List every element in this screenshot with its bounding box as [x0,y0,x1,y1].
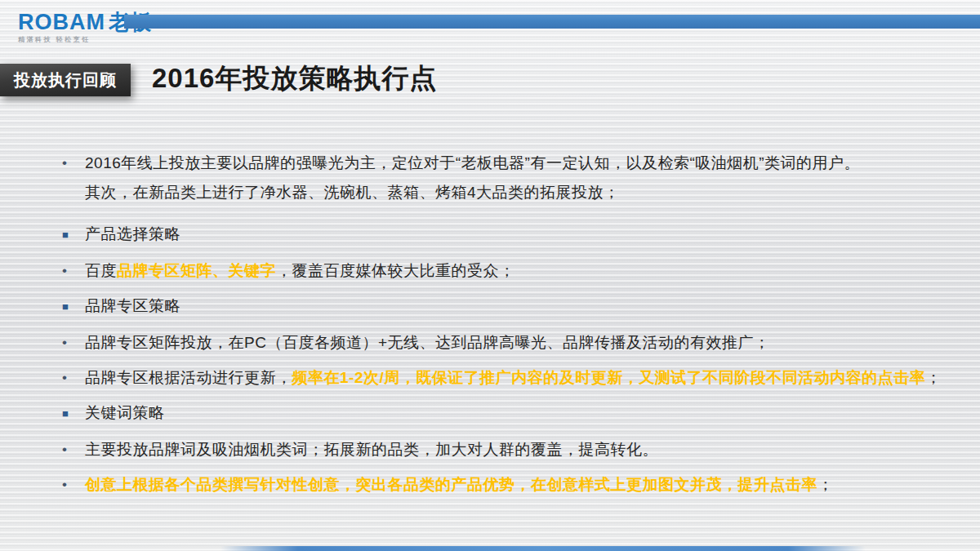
body-text: 关键词策略 [85,404,165,421]
square-bullet-icon: ■ [62,402,69,425]
presentation-slide: ROBAM老板 精湛科技 轻松烹饪 投放执行回顾 2016年投放策略执行点 •2… [0,0,980,551]
body-text: 2016年线上投放主要以品牌的强曝光为主，定位对于“老板电器”有一定认知，以及检… [85,154,860,171]
bullet-item: ■关键词策略 [60,401,952,424]
bullet-item: •品牌专区矩阵投放，在PC（百度各频道）+无线、达到品牌高曝光、品牌传播及活动的… [60,331,952,354]
body-text: 其次，在新品类上进行了净水器、洗碗机、蒸箱、烤箱4大品类的拓展投放； [85,184,620,201]
body-text: 品牌专区策略 [85,297,180,314]
dot-bullet-icon: • [62,331,67,354]
body-text: 产品选择策略 [85,225,180,242]
square-bullet-icon: ■ [62,223,69,247]
top-accent-bar [124,15,980,29]
dot-bullet-icon: • [62,366,67,389]
bullet-list: •2016年线上投放主要以品牌的强曝光为主，定位对于“老板电器”有一定认知，以及… [60,149,952,508]
brand-tagline: 精湛科技 轻松烹饪 [18,37,151,43]
body-text: 品牌专区矩阵投放，在PC（百度各频道）+无线、达到品牌高曝光、品牌传播及活动的有… [85,334,770,351]
bottom-accent-bar [220,546,866,551]
bullet-item: •主要投放品牌词及吸油烟机类词；拓展新的品类，加大对人群的覆盖，提高转化。 [60,438,952,461]
bullet-item: •创意上根据各个品类撰写针对性创意，突出各品类的产品优势，在创意样式上更加图文并… [60,473,952,496]
body-text: ； [925,369,942,386]
dot-bullet-icon: • [62,473,67,496]
logo-text-latin: ROBAM [18,10,105,34]
bullet-item: •品牌专区根据活动进行更新，频率在1-2次/周，既保证了推广内容的及时更新，又测… [60,366,952,389]
body-text: 主要投放品牌词及吸油烟机类词；拓展新的品类，加大对人群的覆盖，提高转化。 [85,441,658,458]
bullet-item: •2016年线上投放主要以品牌的强曝光为主，定位对于“老板电器”有一定认知，以及… [60,149,952,207]
bullet-item: ■品牌专区策略 [60,294,952,318]
highlighted-text: 频率在1-2次/周，既保证了推广内容的及时更新，又测试了不同阶段不同活动内容的点… [292,369,926,386]
dot-bullet-icon: • [62,438,67,461]
body-text: 品牌专区根据活动进行更新， [85,369,292,386]
body-text: ，覆盖百度媒体较大比重的受众； [276,262,515,279]
highlighted-text: 品牌专区矩阵、关键字 [117,262,276,279]
square-bullet-icon: ■ [62,295,69,318]
dot-bullet-icon: • [62,259,67,282]
bullet-item: ■产品选择策略 [60,222,952,246]
dot-bullet-icon: • [62,149,67,178]
highlighted-text: 创意上根据各个品类撰写针对性创意，突出各品类的产品优势，在创意样式上更加图文并茂… [85,476,817,493]
section-badge: 投放执行回顾 [0,64,131,96]
body-text: ； [817,476,834,493]
page-title: 2016年投放策略执行点 [152,60,437,97]
bullet-item: •百度品牌专区矩阵、关键字，覆盖百度媒体较大比重的受众； [60,259,952,282]
body-text: 百度 [85,262,117,279]
